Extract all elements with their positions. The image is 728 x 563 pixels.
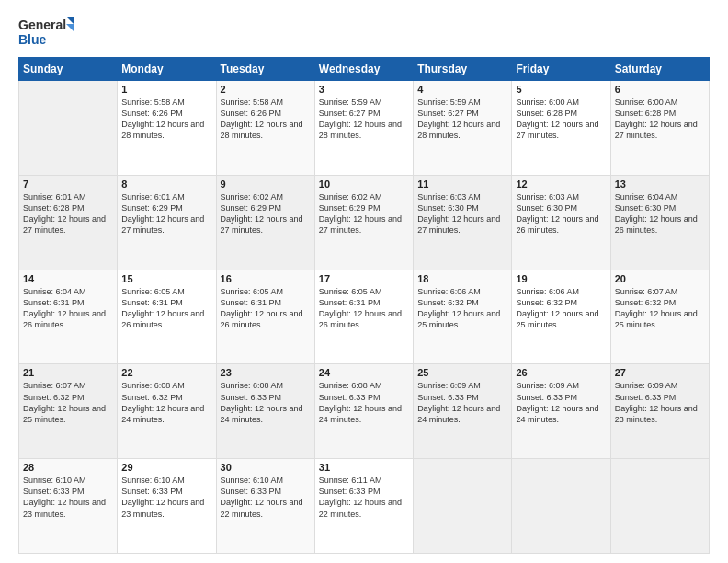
calendar-week-row: 7Sunrise: 6:01 AMSunset: 6:28 PMDaylight… bbox=[19, 175, 710, 270]
day-info: Sunrise: 6:05 AMSunset: 6:31 PMDaylight:… bbox=[319, 286, 409, 331]
day-number: 18 bbox=[417, 273, 507, 284]
day-number: 16 bbox=[221, 273, 311, 284]
day-info: Sunrise: 6:10 AMSunset: 6:33 PMDaylight:… bbox=[221, 475, 311, 520]
calendar-cell: 1Sunrise: 5:58 AMSunset: 6:26 PMDaylight… bbox=[118, 81, 216, 176]
calendar-week-row: 14Sunrise: 6:04 AMSunset: 6:31 PMDayligh… bbox=[19, 270, 710, 364]
day-number: 26 bbox=[516, 367, 606, 378]
day-number: 6 bbox=[615, 84, 705, 95]
day-info: Sunrise: 6:06 AMSunset: 6:32 PMDaylight:… bbox=[516, 286, 606, 331]
calendar-cell: 2Sunrise: 5:58 AMSunset: 6:26 PMDaylight… bbox=[216, 81, 314, 176]
calendar-cell bbox=[19, 81, 118, 176]
calendar-cell: 18Sunrise: 6:06 AMSunset: 6:32 PMDayligh… bbox=[414, 270, 512, 364]
calendar-table: SundayMondayTuesdayWednesdayThursdayFrid… bbox=[18, 57, 710, 554]
day-number: 3 bbox=[319, 84, 409, 95]
calendar-cell: 30Sunrise: 6:10 AMSunset: 6:33 PMDayligh… bbox=[216, 459, 314, 554]
column-header-sunday: Sunday bbox=[19, 58, 118, 81]
day-info: Sunrise: 6:06 AMSunset: 6:32 PMDaylight:… bbox=[417, 286, 507, 331]
day-number: 28 bbox=[23, 462, 113, 473]
day-info: Sunrise: 6:05 AMSunset: 6:31 PMDaylight:… bbox=[121, 286, 211, 331]
day-number: 8 bbox=[121, 178, 211, 190]
day-number: 23 bbox=[221, 367, 311, 378]
day-number: 15 bbox=[121, 273, 211, 284]
calendar-cell: 14Sunrise: 6:04 AMSunset: 6:31 PMDayligh… bbox=[19, 270, 118, 364]
day-info: Sunrise: 6:02 AMSunset: 6:29 PMDaylight:… bbox=[319, 191, 409, 236]
calendar-cell: 4Sunrise: 5:59 AMSunset: 6:27 PMDaylight… bbox=[414, 81, 512, 176]
calendar-cell: 6Sunrise: 6:00 AMSunset: 6:28 PMDaylight… bbox=[610, 81, 709, 176]
calendar-cell: 22Sunrise: 6:08 AMSunset: 6:32 PMDayligh… bbox=[118, 364, 216, 459]
day-info: Sunrise: 6:04 AMSunset: 6:30 PMDaylight:… bbox=[615, 191, 705, 236]
day-number: 17 bbox=[319, 273, 409, 284]
day-info: Sunrise: 6:08 AMSunset: 6:32 PMDaylight:… bbox=[121, 380, 211, 425]
day-info: Sunrise: 6:07 AMSunset: 6:32 PMDaylight:… bbox=[615, 286, 705, 331]
day-number: 9 bbox=[221, 178, 311, 190]
day-info: Sunrise: 5:58 AMSunset: 6:26 PMDaylight:… bbox=[121, 97, 211, 142]
day-info: Sunrise: 6:07 AMSunset: 6:32 PMDaylight:… bbox=[23, 380, 113, 425]
calendar-cell bbox=[610, 459, 709, 554]
column-header-tuesday: Tuesday bbox=[216, 58, 314, 81]
page: General Blue SundayMondayTuesdayWednesda… bbox=[0, 0, 728, 563]
day-number: 12 bbox=[516, 178, 606, 190]
calendar-cell: 3Sunrise: 5:59 AMSunset: 6:27 PMDaylight… bbox=[314, 81, 413, 176]
calendar-cell: 11Sunrise: 6:03 AMSunset: 6:30 PMDayligh… bbox=[414, 175, 512, 270]
logo-svg: General Blue bbox=[18, 15, 74, 50]
calendar-cell: 9Sunrise: 6:02 AMSunset: 6:29 PMDaylight… bbox=[216, 175, 314, 270]
calendar-cell bbox=[414, 459, 512, 554]
day-info: Sunrise: 5:59 AMSunset: 6:27 PMDaylight:… bbox=[417, 97, 507, 142]
day-number: 30 bbox=[221, 462, 311, 473]
day-info: Sunrise: 5:59 AMSunset: 6:27 PMDaylight:… bbox=[319, 97, 409, 142]
calendar-cell: 26Sunrise: 6:09 AMSunset: 6:33 PMDayligh… bbox=[512, 364, 610, 459]
column-header-wednesday: Wednesday bbox=[314, 58, 413, 81]
day-info: Sunrise: 6:03 AMSunset: 6:30 PMDaylight:… bbox=[417, 191, 507, 236]
calendar-cell: 20Sunrise: 6:07 AMSunset: 6:32 PMDayligh… bbox=[610, 270, 709, 364]
day-number: 7 bbox=[23, 178, 113, 190]
day-number: 21 bbox=[23, 367, 113, 378]
day-number: 10 bbox=[319, 178, 409, 190]
day-number: 24 bbox=[319, 367, 409, 378]
day-info: Sunrise: 6:09 AMSunset: 6:33 PMDaylight:… bbox=[516, 380, 606, 425]
calendar-cell: 10Sunrise: 6:02 AMSunset: 6:29 PMDayligh… bbox=[314, 175, 413, 270]
calendar-cell: 15Sunrise: 6:05 AMSunset: 6:31 PMDayligh… bbox=[118, 270, 216, 364]
calendar-cell: 28Sunrise: 6:10 AMSunset: 6:33 PMDayligh… bbox=[19, 459, 118, 554]
calendar-cell: 24Sunrise: 6:08 AMSunset: 6:33 PMDayligh… bbox=[314, 364, 413, 459]
day-info: Sunrise: 6:01 AMSunset: 6:28 PMDaylight:… bbox=[23, 191, 113, 236]
calendar-cell: 31Sunrise: 6:11 AMSunset: 6:33 PMDayligh… bbox=[314, 459, 413, 554]
calendar-cell: 16Sunrise: 6:05 AMSunset: 6:31 PMDayligh… bbox=[216, 270, 314, 364]
calendar-cell: 17Sunrise: 6:05 AMSunset: 6:31 PMDayligh… bbox=[314, 270, 413, 364]
day-info: Sunrise: 6:04 AMSunset: 6:31 PMDaylight:… bbox=[23, 286, 113, 331]
day-number: 2 bbox=[221, 84, 311, 95]
day-number: 4 bbox=[417, 84, 507, 95]
day-number: 25 bbox=[417, 367, 507, 378]
logo: General Blue bbox=[18, 15, 74, 50]
svg-text:Blue: Blue bbox=[18, 32, 47, 47]
day-info: Sunrise: 6:05 AMSunset: 6:31 PMDaylight:… bbox=[221, 286, 311, 331]
calendar-cell: 19Sunrise: 6:06 AMSunset: 6:32 PMDayligh… bbox=[512, 270, 610, 364]
day-number: 13 bbox=[615, 178, 705, 190]
day-number: 22 bbox=[121, 367, 211, 378]
day-number: 31 bbox=[319, 462, 409, 473]
calendar-cell: 29Sunrise: 6:10 AMSunset: 6:33 PMDayligh… bbox=[118, 459, 216, 554]
day-info: Sunrise: 6:00 AMSunset: 6:28 PMDaylight:… bbox=[615, 97, 705, 142]
day-number: 5 bbox=[516, 84, 606, 95]
column-header-thursday: Thursday bbox=[414, 58, 512, 81]
column-header-friday: Friday bbox=[512, 58, 610, 81]
calendar-cell: 25Sunrise: 6:09 AMSunset: 6:33 PMDayligh… bbox=[414, 364, 512, 459]
calendar-cell: 23Sunrise: 6:08 AMSunset: 6:33 PMDayligh… bbox=[216, 364, 314, 459]
day-number: 20 bbox=[615, 273, 705, 284]
day-info: Sunrise: 6:01 AMSunset: 6:29 PMDaylight:… bbox=[121, 191, 211, 236]
day-number: 19 bbox=[516, 273, 606, 284]
calendar-cell: 5Sunrise: 6:00 AMSunset: 6:28 PMDaylight… bbox=[512, 81, 610, 176]
day-info: Sunrise: 6:09 AMSunset: 6:33 PMDaylight:… bbox=[417, 380, 507, 425]
day-info: Sunrise: 6:02 AMSunset: 6:29 PMDaylight:… bbox=[221, 191, 311, 236]
day-info: Sunrise: 6:10 AMSunset: 6:33 PMDaylight:… bbox=[23, 475, 113, 520]
day-number: 29 bbox=[121, 462, 211, 473]
calendar-cell: 21Sunrise: 6:07 AMSunset: 6:32 PMDayligh… bbox=[19, 364, 118, 459]
day-info: Sunrise: 6:10 AMSunset: 6:33 PMDaylight:… bbox=[121, 475, 211, 520]
calendar-week-row: 28Sunrise: 6:10 AMSunset: 6:33 PMDayligh… bbox=[19, 459, 710, 554]
day-info: Sunrise: 6:03 AMSunset: 6:30 PMDaylight:… bbox=[516, 191, 606, 236]
day-info: Sunrise: 6:09 AMSunset: 6:33 PMDaylight:… bbox=[615, 380, 705, 425]
header-row: SundayMondayTuesdayWednesdayThursdayFrid… bbox=[19, 58, 710, 81]
day-number: 11 bbox=[417, 178, 507, 190]
header: General Blue bbox=[18, 15, 710, 50]
day-info: Sunrise: 6:08 AMSunset: 6:33 PMDaylight:… bbox=[221, 380, 311, 425]
calendar-cell: 8Sunrise: 6:01 AMSunset: 6:29 PMDaylight… bbox=[118, 175, 216, 270]
